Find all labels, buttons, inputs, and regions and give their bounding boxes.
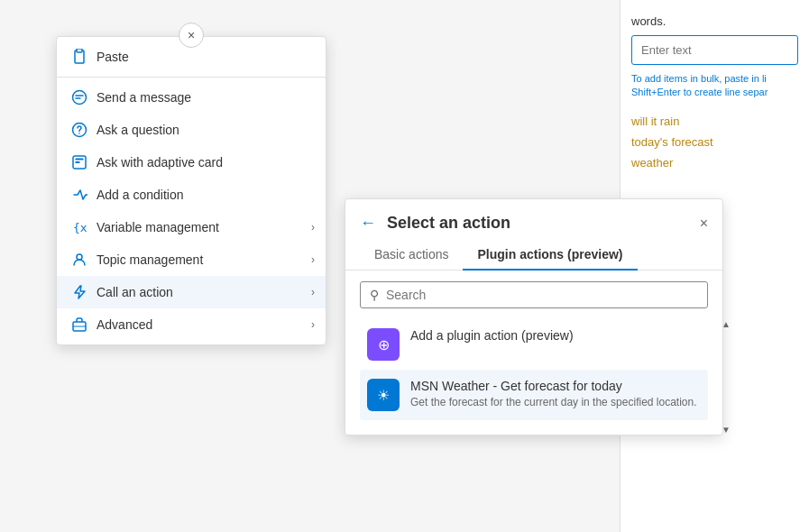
action-icon-add-plugin: ⊕ — [367, 328, 400, 361]
svg-point-4 — [78, 133, 80, 134]
menu-item-label-advanced: Advanced — [97, 317, 152, 332]
menu-item-label-call-action: Call an action — [97, 285, 173, 299]
svg-text:{x}: {x} — [73, 221, 87, 234]
scroll-indicator: ▲ ▼ — [722, 319, 730, 435]
search-box[interactable]: ⚲ — [360, 281, 708, 308]
menu-item-label-ask-adaptive: Ask with adaptive card — [97, 155, 223, 170]
action-item-text-msn-weather: MSN Weather - Get forecast for todayGet … — [410, 379, 701, 410]
menu-item-label-ask-question: Ask a question — [97, 123, 179, 137]
scroll-down-button[interactable]: ▼ — [722, 425, 731, 435]
tag-weather: weather — [631, 156, 798, 170]
message-icon — [71, 89, 87, 105]
close-button[interactable]: × — [179, 23, 204, 48]
chevron-right-icon: › — [311, 221, 315, 234]
scroll-up-button[interactable]: ▲ — [722, 319, 731, 329]
menu-item-label-topic: Topic management — [97, 252, 203, 267]
condition-icon — [71, 187, 87, 203]
action-list: ⊕Add a plugin action (preview)☀MSN Weath… — [345, 319, 722, 435]
enter-text-input[interactable] — [631, 35, 798, 65]
lightning-icon — [71, 284, 87, 300]
menu-item-topic[interactable]: Topic management› — [57, 243, 326, 276]
action-panel-close-button[interactable]: × — [700, 216, 708, 232]
action-item-title-msn-weather: MSN Weather - Get forecast for today — [410, 379, 701, 393]
tab-plugin[interactable]: Plugin actions (preview) — [463, 240, 637, 271]
chevron-right-icon: › — [311, 318, 315, 331]
chevron-right-icon: › — [311, 286, 315, 298]
action-item-add-plugin[interactable]: ⊕Add a plugin action (preview) — [360, 319, 708, 370]
menu-item-label-variable: Variable management — [97, 220, 219, 234]
words-label: words. — [631, 14, 798, 28]
action-panel-title: Select an action — [387, 214, 689, 233]
action-panel: ← Select an action × Basic actionsPlugin… — [345, 198, 723, 436]
chevron-right-icon: › — [311, 253, 315, 266]
paste-icon — [71, 49, 87, 65]
variable-icon: {x} — [71, 219, 87, 235]
menu-item-call-action[interactable]: Call an action› — [57, 276, 326, 308]
tag-forecast: today's forecast — [631, 135, 798, 149]
svg-rect-6 — [76, 159, 84, 161]
menu-item-label-paste: Paste — [97, 50, 129, 64]
menu-item-ask-adaptive[interactable]: Ask with adaptive card — [57, 146, 326, 179]
action-icon-msn-weather: ☀ — [367, 379, 400, 411]
menu-item-label-add-condition: Add a condition — [97, 188, 184, 202]
action-tabs: Basic actionsPlugin actions (preview) — [345, 233, 722, 271]
menu-item-variable[interactable]: {x}Variable management› — [57, 211, 326, 243]
menu-item-label-send-message: Send a message — [97, 90, 191, 105]
hint-text: To add items in bulk, paste in li Shift+… — [631, 72, 798, 100]
svg-rect-1 — [77, 49, 82, 52]
context-menu: × PasteSend a messageAsk a questionAsk w… — [56, 36, 326, 345]
tab-basic[interactable]: Basic actions — [360, 240, 463, 271]
briefcase-icon — [71, 316, 87, 333]
adaptive-icon — [71, 154, 87, 170]
topic-icon — [71, 252, 87, 268]
action-item-title-add-plugin: Add a plugin action (preview) — [410, 328, 701, 343]
back-button[interactable]: ← — [360, 214, 376, 233]
menu-item-add-condition[interactable]: Add a condition — [57, 179, 326, 211]
svg-point-2 — [73, 91, 87, 105]
search-icon: ⚲ — [370, 288, 379, 302]
action-item-msn-weather[interactable]: ☀MSN Weather - Get forecast for todayGet… — [360, 370, 708, 420]
action-panel-header: ← Select an action × — [345, 199, 722, 233]
question-icon — [71, 122, 87, 138]
search-input[interactable] — [386, 288, 698, 302]
action-list-container: ⊕Add a plugin action (preview)☀MSN Weath… — [345, 319, 722, 435]
svg-rect-7 — [76, 161, 80, 163]
action-item-text-add-plugin: Add a plugin action (preview) — [410, 328, 701, 344]
svg-point-9 — [77, 254, 82, 260]
tag-rain: will it rain — [631, 115, 798, 128]
action-item-desc-msn-weather: Get the forecast for the current day in … — [410, 395, 701, 410]
menu-item-advanced[interactable]: Advanced› — [57, 308, 326, 341]
menu-item-send-message[interactable]: Send a message — [57, 81, 326, 114]
menu-item-ask-question[interactable]: Ask a question — [57, 114, 326, 146]
